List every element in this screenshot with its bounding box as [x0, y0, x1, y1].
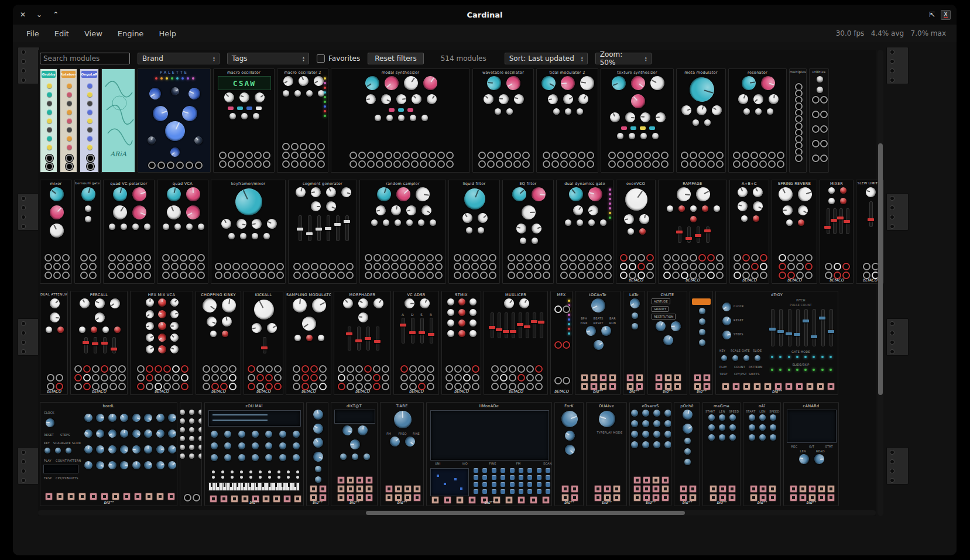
- module-card[interactable]: oAïSTARTLENSPEEDbId°°: [743, 402, 781, 506]
- module-card[interactable]: keyframer/mixer: [211, 180, 286, 284]
- module-card[interactable]: TiAREFMFREQFINEbId°°: [380, 402, 424, 506]
- module-card[interactable]: bId°°: [306, 402, 328, 506]
- zoom-dropdown[interactable]: Zoom: 50% ▴▾: [595, 53, 652, 64]
- horizontal-scrollbar[interactable]: [38, 510, 876, 516]
- module-card[interactable]: A+B+CbEfACO: [729, 180, 769, 284]
- module-card[interactable]: SAMPLING MODULATORbEfACO: [286, 291, 331, 395]
- module-card[interactable]: pOchêbId°°: [674, 402, 700, 506]
- module-card[interactable]: OUAIveTYPEPLAY MODEbId°°: [586, 402, 627, 506]
- module-card[interactable]: wavetable oscillator: [472, 68, 534, 173]
- expand-icon[interactable]: ⌃: [53, 11, 59, 19]
- module-card[interactable]: RAMPAGEbEfACO: [658, 180, 727, 284]
- module-card[interactable]: STMIXbEfACO: [441, 291, 481, 395]
- module-card[interactable]: resonator: [728, 68, 787, 173]
- module-card[interactable]: Grubby: [40, 68, 57, 173]
- module-card[interactable]: Rotatoes: [60, 68, 77, 173]
- knob-pointer: [499, 98, 503, 99]
- tags-dropdown[interactable]: Tags ▴▾: [227, 53, 309, 64]
- module-card[interactable]: dual dynamics gate: [556, 180, 613, 284]
- search-input[interactable]: [40, 53, 130, 64]
- module-card[interactable]: bordLCLOCKRESETSTEPSKEYSCALEGATESLIDEPLA…: [40, 402, 177, 506]
- module-card[interactable]: HEX MIX VCAbEfACO: [130, 291, 193, 395]
- menu-view[interactable]: View: [77, 25, 110, 42]
- module-card[interactable]: quad VCA: [157, 180, 208, 284]
- module-card[interactable]: bernoulli gate: [74, 180, 101, 284]
- module-card[interactable]: SPRING REVERBbEfACO: [772, 180, 817, 284]
- module-card[interactable]: EQ filter: [502, 180, 554, 284]
- module-card[interactable]: tOCAnTeBPHBEATSBARFINERESETRUNbId°°: [575, 291, 621, 395]
- favorites-toggle[interactable]: Favorites: [317, 54, 360, 63]
- module-card[interactable]: segment generator: [288, 180, 357, 284]
- panel-label: FINE: [489, 462, 496, 465]
- module-card[interactable]: texture synthesizer: [601, 68, 674, 173]
- horizontal-scrollbar-thumb[interactable]: [366, 511, 685, 515]
- module-card[interactable]: MEXbEfACO: [550, 291, 573, 395]
- brand-dropdown[interactable]: Brand ▴▾: [138, 53, 220, 64]
- knob: [252, 442, 259, 449]
- vertical-scrollbar-thumb[interactable]: [878, 143, 883, 395]
- module-card[interactable]: random sampler: [359, 180, 446, 284]
- shade-icon[interactable]: ⌄: [36, 11, 42, 19]
- module-title: maGma: [703, 404, 740, 408]
- module-card[interactable]: CHOPPING KINKYbEfACO: [196, 291, 241, 395]
- sort-dropdown[interactable]: Sort: Last updated ▴▾: [505, 53, 588, 64]
- knob: [224, 431, 231, 438]
- jack: [66, 163, 73, 170]
- menu-help[interactable]: Help: [151, 25, 184, 42]
- module-card[interactable]: utilities: [809, 68, 829, 173]
- module-card[interactable]: VC ADSRADSRbEfACO: [393, 291, 439, 395]
- vertical-scrollbar[interactable]: [878, 50, 883, 516]
- module-card[interactable]: evenVCObEfACO: [616, 180, 656, 284]
- knob-pointer: [146, 325, 150, 327]
- pad-button: [510, 468, 515, 473]
- module-card[interactable]: mixer: [40, 180, 72, 284]
- module-card[interactable]: [180, 402, 202, 506]
- knob: [719, 434, 725, 441]
- module-card[interactable]: tidal modulator 2: [536, 68, 598, 173]
- knob: [47, 202, 67, 222]
- module-card[interactable]: zOÙ MAÏbId°°: [204, 402, 304, 506]
- menu-file[interactable]: File: [19, 25, 47, 42]
- knob: [749, 434, 755, 441]
- module-card[interactable]: ARiA: [101, 68, 135, 173]
- module-card[interactable]: ChUTEALTITUDEGRAVITYRESTITUTIONbId°°: [647, 291, 687, 395]
- favorites-checkbox[interactable]: [317, 54, 325, 63]
- module-card[interactable]: dTrOYCLOCKRESETSTEPSKEYSCALEGATESLIDEPLA…: [715, 291, 838, 395]
- menu-edit[interactable]: Edit: [47, 25, 77, 42]
- jack: [259, 272, 266, 279]
- module-card[interactable]: LATebId°°: [623, 291, 645, 395]
- module-card[interactable]: MIXERbEfACO: [820, 180, 854, 284]
- module-card[interactable]: bId°°: [690, 291, 713, 395]
- reset-filters-button[interactable]: Reset filters: [368, 53, 424, 64]
- module-card[interactable]: KICKALLbEfACO: [244, 291, 283, 395]
- slider: [687, 226, 691, 243]
- module-card[interactable]: modal synthesizer: [331, 68, 470, 173]
- module-card[interactable]: macro oscillatorCSAW: [213, 68, 275, 173]
- menu-engine[interactable]: Engine: [110, 25, 152, 42]
- jack: [373, 374, 381, 382]
- module-card[interactable]: ForKbId°°: [554, 402, 584, 506]
- module-card[interactable]: MORPHADERbEfACO: [334, 291, 391, 395]
- module-card[interactable]: DUAL ATTENUVERTERbEfACO: [40, 291, 68, 395]
- pin-window-icon[interactable]: ⇱: [929, 11, 935, 19]
- module-card[interactable]: lIMonADeUNIV/OFINEFMSCANbId°°: [426, 402, 552, 506]
- module-card[interactable]: MUXLICERbEfACO: [484, 291, 548, 395]
- module-title: DUAL ATTENUVERTER: [40, 293, 67, 296]
- module-card[interactable]: meta modulator: [676, 68, 726, 173]
- module-card[interactable]: OnguLaR: [80, 68, 99, 173]
- jack: [626, 160, 633, 168]
- module-card[interactable]: maGmaSTARTLENSPEEDbId°°: [702, 402, 741, 506]
- module-card[interactable]: liquid filter: [448, 180, 500, 284]
- module-card[interactable]: eDsaroSbId°°: [629, 402, 671, 506]
- module-card[interactable]: dIKT@TbId°°: [331, 402, 378, 506]
- module-card[interactable]: multiples: [789, 68, 807, 173]
- close-icon[interactable]: ✕: [20, 11, 26, 19]
- slider-thumb: [409, 331, 416, 334]
- module-title: dTrOY: [716, 293, 838, 297]
- knob: [642, 420, 649, 427]
- module-card[interactable]: cANARdRECG/TSTRTLENREADbId°°: [783, 402, 839, 506]
- module-card[interactable]: macro oscillator 2: [277, 68, 328, 173]
- module-card[interactable]: PERCALLbEfACO: [70, 291, 128, 395]
- module-card[interactable]: quad VC-polarizer: [103, 180, 155, 284]
- module-card[interactable]: PALETTE: [138, 68, 211, 173]
